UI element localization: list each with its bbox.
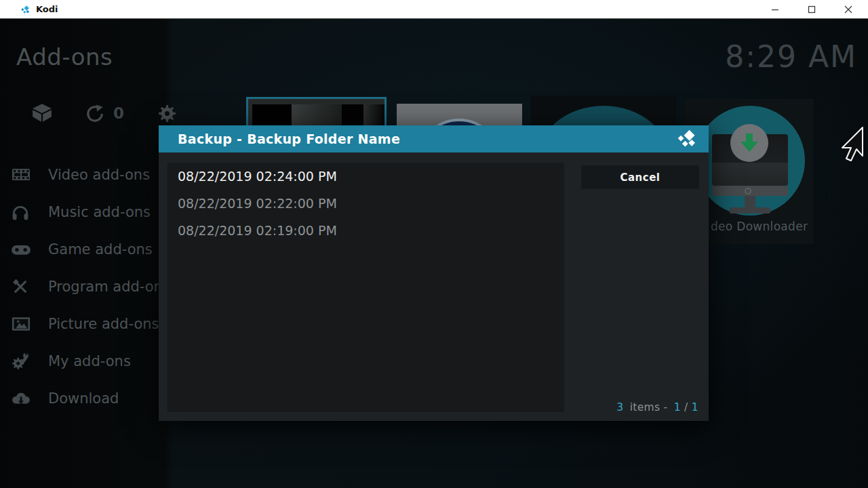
kodi-main-screen: Add-ons 8:29 AM 0 (0, 19, 868, 488)
dialog-title: Backup - Backup Folder Name (178, 125, 400, 152)
window-title: Kodi (36, 4, 58, 14)
close-icon (844, 5, 852, 14)
backup-folder-dialog: Backup - Backup Folder Name 08/22/2019 0… (159, 125, 709, 421)
close-button[interactable] (833, 0, 864, 18)
kodi-window: Kodi Add-ons 8:29 AM (0, 0, 868, 488)
backup-list: 08/22/2019 02:24:00 PM 08/22/2019 02:22:… (167, 163, 564, 412)
window-titlebar: Kodi (0, 0, 868, 19)
backup-list-item[interactable]: 08/22/2019 02:22:00 PM (167, 190, 564, 217)
current-page: 1 (674, 401, 681, 413)
cancel-button[interactable]: Cancel (581, 165, 699, 189)
total-pages: 1 (692, 401, 698, 413)
minimize-button[interactable] (760, 0, 791, 18)
page-separator: / (684, 401, 688, 413)
items-count-status: 3 items - 1 / 1 (616, 401, 698, 413)
download-badge (730, 124, 768, 162)
download-arrow-icon (739, 132, 760, 154)
addon-tile-label: deo Downloader (711, 220, 840, 233)
minimize-icon (771, 5, 779, 14)
maximize-icon (808, 5, 816, 14)
items-label: items - (630, 401, 668, 413)
backup-list-item[interactable]: 08/22/2019 02:24:00 PM (167, 163, 564, 190)
backup-list-item[interactable]: 08/22/2019 02:19:00 PM (167, 217, 564, 244)
kodi-logo-icon (676, 128, 698, 150)
kodi-app-icon (20, 5, 31, 15)
dialog-header: Backup - Backup Folder Name (159, 125, 709, 152)
item-count: 3 (616, 401, 623, 413)
maximize-button[interactable] (796, 0, 827, 18)
